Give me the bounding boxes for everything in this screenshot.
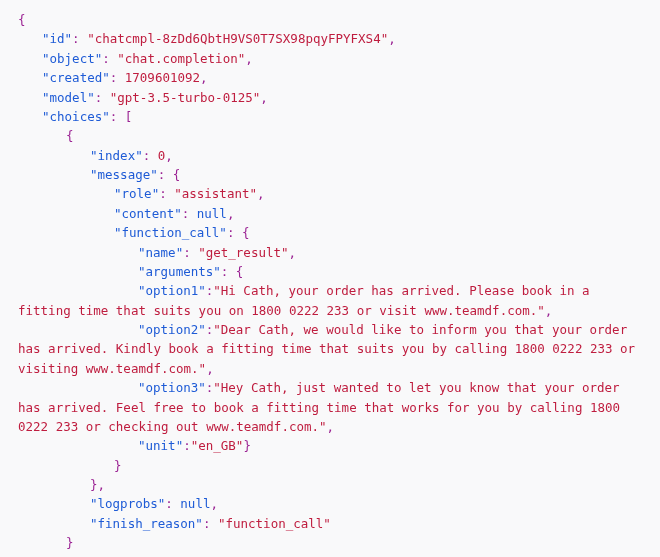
json-code-block: { "id": "chatcmpl-8zDd6QbtH9VS0T7SX98pqy… bbox=[18, 10, 642, 557]
field-name: "name": "get_result", bbox=[18, 243, 642, 262]
field-finish-reason: "finish_reason": "function_call" bbox=[18, 514, 642, 533]
field-unit: "unit":"en_GB"} bbox=[18, 436, 642, 455]
field-function-call: "function_call": { bbox=[18, 223, 642, 242]
field-content: "content": null, bbox=[18, 204, 642, 223]
choice-open: { bbox=[18, 126, 642, 145]
message-close: }, bbox=[18, 475, 642, 494]
field-role: "role": "assistant", bbox=[18, 184, 642, 203]
field-option2: "option2":"Dear Cath, we would like to i… bbox=[18, 320, 642, 378]
field-option1: "option1":"Hi Cath, your order has arriv… bbox=[18, 281, 642, 320]
field-option3: "option3":"Hey Cath, just wanted to let … bbox=[18, 378, 642, 436]
field-message: "message": { bbox=[18, 165, 642, 184]
field-index: "index": 0, bbox=[18, 146, 642, 165]
field-logprobs: "logprobs": null, bbox=[18, 494, 642, 513]
field-model: "model": "gpt-3.5-turbo-0125", bbox=[18, 88, 642, 107]
field-id: "id": "chatcmpl-8zDd6QbtH9VS0T7SX98pqyFP… bbox=[18, 29, 642, 48]
field-arguments: "arguments": { bbox=[18, 262, 642, 281]
field-object: "object": "chat.completion", bbox=[18, 49, 642, 68]
field-created: "created": 1709601092, bbox=[18, 68, 642, 87]
brace-open: { bbox=[18, 10, 642, 29]
function-call-close: } bbox=[18, 456, 642, 475]
field-choices: "choices": [ bbox=[18, 107, 642, 126]
choices-close: ], bbox=[18, 553, 642, 558]
choice-close: } bbox=[18, 533, 642, 552]
